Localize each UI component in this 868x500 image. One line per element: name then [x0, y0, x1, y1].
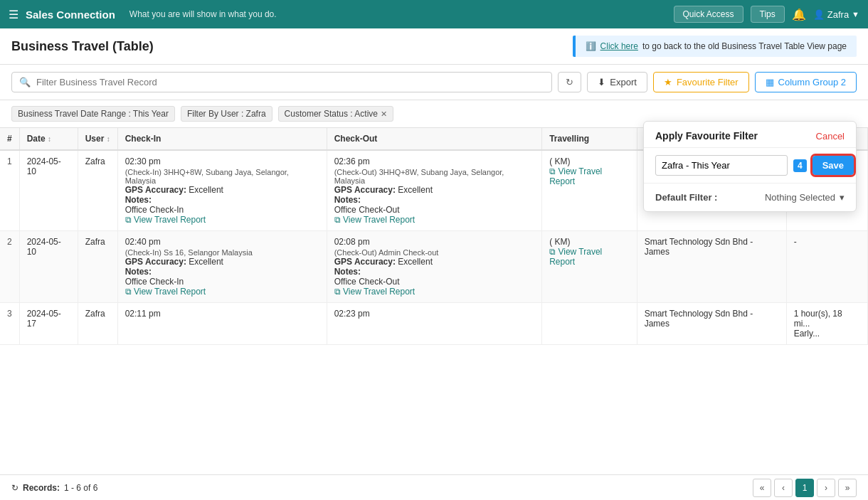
checkout-time: 02:23 pm — [334, 309, 534, 319]
checkin-time: 02:11 pm — [125, 309, 319, 319]
info-text: to go back to the old Business Travel Ta… — [642, 41, 847, 51]
checkout-time: 02:36 pm — [334, 156, 534, 166]
records-range: 1 - 6 of 6 — [64, 483, 97, 493]
page-next-button[interactable]: › — [817, 479, 835, 497]
cell-checkin: 02:30 pm (Check-In) 3HHQ+8W, Subang Jaya… — [117, 150, 327, 231]
checkout-gps: GPS Accuracy: Excellent — [334, 257, 534, 267]
customer-status-close-icon[interactable]: ✕ — [381, 110, 387, 119]
main-content: Business Travel (Table) ℹ️ Click here to… — [0, 28, 868, 500]
customer-status-chip: Customer Status : Active ✕ — [278, 106, 393, 122]
search-input[interactable] — [36, 77, 544, 87]
refresh-icon[interactable]: ↻ — [11, 483, 18, 493]
table-row: 3 2024-05-17 Zafra 02:11 pm 02:23 pm Sma… — [0, 303, 868, 345]
top-navigation: ☰ Sales Connection What you are will sho… — [0, 0, 868, 28]
page-first-button[interactable]: « — [753, 479, 771, 497]
app-tagline: What you are will show in what you do. — [129, 9, 667, 19]
date-range-chip: Business Travel Date Range : This Year — [11, 106, 175, 122]
checkin-gps: GPS Accuracy: Excellent — [125, 185, 319, 195]
date-range-chip-label: Business Travel Date Range : This Year — [18, 109, 169, 119]
default-filter-label: Default Filter : — [655, 192, 717, 203]
toolbar: 🔍 ↻ ⬇ Export ★ Favourite Filter ▦ Column… — [0, 65, 868, 100]
cell-num: 3 — [0, 303, 19, 345]
fav-name-input[interactable] — [655, 155, 788, 176]
checkout-gps: GPS Accuracy: Excellent — [334, 185, 534, 195]
fav-save-button[interactable]: Save — [813, 156, 854, 175]
sort-user-icon: ↕ — [107, 135, 110, 143]
checkin-sublabel: (Check-In) 3HHQ+8W, Subang Jaya, Selango… — [125, 168, 319, 185]
column-group-button[interactable]: ▦ Column Group 2 — [755, 72, 857, 92]
cell-user: Zafra — [78, 303, 117, 345]
info-link[interactable]: Click here — [600, 41, 638, 51]
cell-user: Zafra — [78, 231, 117, 303]
cell-date: 2024-05-10 — [19, 231, 78, 303]
page-prev-button[interactable]: ‹ — [774, 479, 793, 497]
col-date[interactable]: Date ↕ — [19, 128, 78, 150]
default-filter-value: Nothing Selected — [765, 192, 835, 203]
notification-icon[interactable]: 🔔 — [792, 8, 806, 21]
fav-panel-title: Apply Favourite Filter — [655, 130, 758, 142]
page-title: Business Travel (Table) — [11, 39, 154, 54]
sort-date-icon: ↕ — [48, 135, 51, 143]
user-menu[interactable]: 👤 Zafra ▼ — [813, 9, 859, 20]
export-button[interactable]: ⬇ Export — [587, 72, 647, 92]
col-checkin: Check-In — [117, 128, 327, 150]
cell-user: Zafra — [78, 150, 117, 231]
records-label: Records: — [23, 483, 60, 493]
cell-num: 2 — [0, 231, 19, 303]
fav-cancel-button[interactable]: Cancel — [816, 131, 845, 142]
travelling-km: ( KM) — [549, 237, 630, 247]
fav-badge: 4 — [793, 159, 807, 172]
cell-duration: - — [786, 231, 867, 303]
export-icon: ⬇ — [598, 77, 605, 87]
cell-travelling — [542, 303, 637, 345]
search-box[interactable]: 🔍 — [11, 72, 552, 92]
col-num: # — [0, 128, 19, 150]
quick-access-button[interactable]: Quick Access — [674, 6, 743, 23]
page-current-button[interactable]: 1 — [795, 479, 814, 497]
page-header: Business Travel (Table) ℹ️ Click here to… — [0, 28, 868, 65]
star-icon: ★ — [664, 77, 672, 87]
checkout-notes: Notes:Office Check-Out — [334, 267, 534, 287]
travelling-view-travel-link[interactable]: ⧉ View Travel Report — [549, 166, 630, 186]
user-chevron-icon: ▼ — [852, 10, 859, 18]
tips-button[interactable]: Tips — [751, 6, 785, 23]
page-last-button[interactable]: » — [838, 479, 857, 497]
cell-checkin: 02:11 pm — [117, 303, 327, 345]
export-label: Export — [610, 77, 637, 87]
info-icon: ℹ️ — [586, 41, 596, 51]
info-banner: ℹ️ Click here to go back to the old Busi… — [573, 36, 857, 57]
user-filter-chip: Filter By User : Zafra — [181, 106, 272, 122]
fav-panel-header: Apply Favourite Filter Cancel — [644, 122, 856, 148]
menu-icon[interactable]: ☰ — [9, 8, 18, 21]
checkin-notes: Notes:Office Check-In — [125, 195, 319, 215]
search-icon: 🔍 — [19, 77, 31, 87]
user-icon: 👤 — [813, 9, 825, 20]
travelling-view-travel-link[interactable]: ⧉ View Travel Report — [549, 247, 630, 267]
fav-name-row: 4 Save — [644, 148, 856, 183]
checkin-view-travel-link[interactable]: ⧉ View Travel Report — [125, 287, 319, 297]
cell-checkout: 02:08 pm (Check-Out) Admin Check-out GPS… — [327, 231, 541, 303]
cell-date: 2024-05-10 — [19, 150, 78, 231]
cell-customer: Smart Technology Sdn Bhd - James — [637, 231, 786, 303]
default-filter-select[interactable]: Nothing Selected ▾ — [765, 192, 845, 203]
checkin-notes: Notes:Office Check-In — [125, 267, 319, 287]
favourite-filter-button[interactable]: ★ Favourite Filter — [653, 72, 749, 92]
cell-customer: Smart Technology Sdn Bhd - James — [637, 303, 786, 345]
travelling-km: ( KM) — [549, 156, 630, 166]
pagination: « ‹ 1 › » — [753, 479, 857, 497]
col-user[interactable]: User ↕ — [78, 128, 117, 150]
app-name: Sales Connection — [26, 9, 115, 21]
checkin-sublabel: (Check-In) Ss 16, Selangor Malaysia — [125, 248, 319, 257]
checkin-view-travel-link[interactable]: ⧉ View Travel Report — [125, 215, 319, 225]
user-name: Zafra — [827, 9, 849, 20]
column-icon: ▦ — [766, 77, 774, 87]
checkin-gps: GPS Accuracy: Excellent — [125, 257, 319, 267]
checkout-view-travel-link[interactable]: ⧉ View Travel Report — [334, 287, 534, 297]
checkout-sublabel: (Check-Out) Admin Check-out — [334, 248, 534, 257]
user-chip-label: Filter By User : Zafra — [187, 109, 266, 119]
checkout-time: 02:08 pm — [334, 237, 534, 247]
refresh-button[interactable]: ↻ — [558, 72, 581, 92]
footer: ↻ Records: 1 - 6 of 6 « ‹ 1 › » — [0, 474, 868, 500]
checkout-view-travel-link[interactable]: ⧉ View Travel Report — [334, 215, 534, 225]
cell-date: 2024-05-17 — [19, 303, 78, 345]
